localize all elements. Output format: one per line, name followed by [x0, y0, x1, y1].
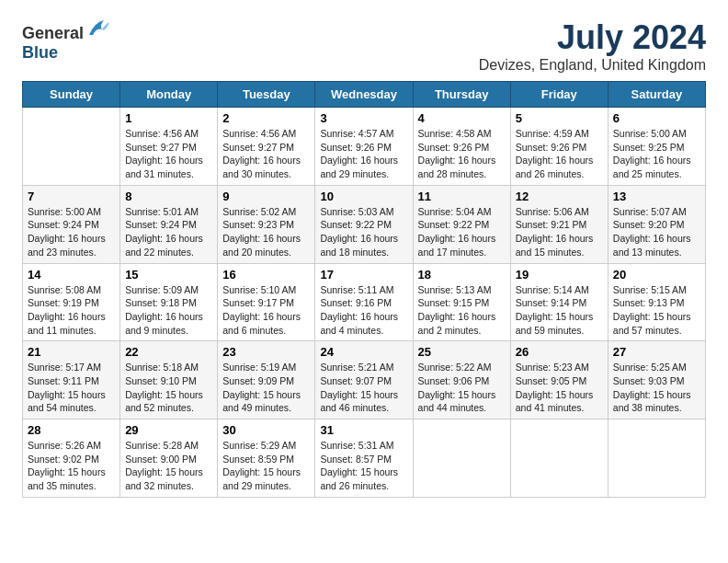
date-number: 2 — [222, 111, 310, 125]
date-number: 19 — [516, 268, 603, 282]
calendar-cell: 29 Sunrise: 5:28 AMSunset: 9:00 PMDaylig… — [120, 419, 218, 498]
weekday-header-row: Sunday Monday Tuesday Wednesday Thursday… — [23, 82, 706, 108]
calendar-cell: 14 Sunrise: 5:08 AMSunset: 9:19 PMDaylig… — [23, 263, 120, 341]
calendar-cell: 6 Sunrise: 5:00 AMSunset: 9:25 PMDayligh… — [608, 108, 705, 186]
logo-bird-icon — [85, 18, 111, 39]
cell-info: Sunrise: 5:23 AMSunset: 9:05 PMDaylight:… — [516, 362, 594, 413]
date-number: 9 — [222, 190, 310, 203]
calendar-cell: 2 Sunrise: 4:56 AMSunset: 9:27 PMDayligh… — [218, 108, 315, 186]
cell-info: Sunrise: 5:18 AMSunset: 9:10 PMDaylight:… — [125, 362, 203, 413]
date-number: 12 — [516, 190, 603, 203]
cell-info: Sunrise: 5:06 AMSunset: 9:21 PMDaylight:… — [516, 206, 594, 258]
calendar-table: Sunday Monday Tuesday Wednesday Thursday… — [22, 81, 706, 498]
date-number: 23 — [222, 345, 310, 359]
date-number: 17 — [320, 268, 407, 282]
header-friday: Friday — [510, 82, 608, 108]
calendar-cell: 25 Sunrise: 5:22 AMSunset: 9:06 PMDaylig… — [413, 341, 510, 419]
cell-info: Sunrise: 4:59 AMSunset: 9:26 PMDaylight:… — [516, 128, 594, 179]
date-number: 4 — [418, 111, 506, 125]
date-number: 15 — [125, 268, 212, 282]
calendar-cell: 10 Sunrise: 5:03 AMSunset: 9:22 PMDaylig… — [315, 185, 413, 263]
header: General Blue July 2024 Devizes, England,… — [22, 18, 706, 74]
cell-info: Sunrise: 4:57 AMSunset: 9:26 PMDaylight:… — [320, 128, 398, 179]
cell-info: Sunrise: 5:29 AMSunset: 8:59 PMDaylight:… — [222, 440, 301, 491]
cell-info: Sunrise: 5:00 AMSunset: 9:25 PMDaylight:… — [613, 128, 691, 179]
calendar-cell: 18 Sunrise: 5:13 AMSunset: 9:15 PMDaylig… — [413, 263, 510, 341]
cell-info: Sunrise: 5:03 AMSunset: 9:22 PMDaylight:… — [320, 206, 398, 258]
cell-info: Sunrise: 5:31 AMSunset: 8:57 PMDaylight:… — [320, 440, 398, 491]
cell-info: Sunrise: 5:10 AMSunset: 9:17 PMDaylight:… — [222, 284, 301, 336]
date-number: 22 — [125, 345, 212, 359]
calendar-cell — [608, 419, 705, 498]
calendar-cell: 23 Sunrise: 5:19 AMSunset: 9:09 PMDaylig… — [218, 341, 315, 419]
subtitle: Devizes, England, United Kingdom — [479, 57, 706, 74]
cell-info: Sunrise: 5:15 AMSunset: 9:13 PMDaylight:… — [613, 284, 691, 336]
calendar-cell: 5 Sunrise: 4:59 AMSunset: 9:26 PMDayligh… — [510, 108, 608, 186]
date-number: 10 — [320, 190, 407, 203]
date-number: 16 — [222, 268, 310, 282]
calendar-week-3: 14 Sunrise: 5:08 AMSunset: 9:19 PMDaylig… — [23, 263, 706, 341]
cell-info: Sunrise: 5:07 AMSunset: 9:20 PMDaylight:… — [613, 206, 691, 258]
date-number: 30 — [222, 423, 310, 437]
calendar-cell: 24 Sunrise: 5:21 AMSunset: 9:07 PMDaylig… — [315, 341, 413, 419]
cell-info: Sunrise: 5:04 AMSunset: 9:22 PMDaylight:… — [418, 206, 496, 258]
calendar-cell: 16 Sunrise: 5:10 AMSunset: 9:17 PMDaylig… — [218, 263, 315, 341]
calendar-cell: 8 Sunrise: 5:01 AMSunset: 9:24 PMDayligh… — [120, 185, 218, 263]
calendar-cell: 26 Sunrise: 5:23 AMSunset: 9:05 PMDaylig… — [510, 341, 608, 419]
header-tuesday: Tuesday — [218, 82, 315, 108]
date-number: 27 — [613, 345, 700, 359]
calendar-cell — [413, 419, 510, 498]
cell-info: Sunrise: 4:56 AMSunset: 9:27 PMDaylight:… — [125, 128, 203, 179]
date-number: 25 — [418, 345, 506, 359]
header-saturday: Saturday — [608, 82, 705, 108]
calendar-cell: 9 Sunrise: 5:02 AMSunset: 9:23 PMDayligh… — [218, 185, 315, 263]
cell-info: Sunrise: 4:58 AMSunset: 9:26 PMDaylight:… — [418, 128, 496, 179]
calendar-cell: 12 Sunrise: 5:06 AMSunset: 9:21 PMDaylig… — [510, 185, 608, 263]
cell-info: Sunrise: 5:22 AMSunset: 9:06 PMDaylight:… — [418, 362, 496, 413]
cell-info: Sunrise: 5:26 AMSunset: 9:02 PMDaylight:… — [28, 440, 106, 491]
date-number: 6 — [613, 111, 700, 125]
calendar-cell: 30 Sunrise: 5:29 AMSunset: 8:59 PMDaylig… — [218, 419, 315, 498]
calendar-cell: 3 Sunrise: 4:57 AMSunset: 9:26 PMDayligh… — [315, 108, 413, 186]
cell-info: Sunrise: 5:11 AMSunset: 9:16 PMDaylight:… — [320, 284, 398, 336]
cell-info: Sunrise: 5:09 AMSunset: 9:18 PMDaylight:… — [125, 284, 203, 336]
calendar-cell: 21 Sunrise: 5:17 AMSunset: 9:11 PMDaylig… — [23, 341, 120, 419]
calendar-week-2: 7 Sunrise: 5:00 AMSunset: 9:24 PMDayligh… — [23, 185, 706, 263]
cell-info: Sunrise: 5:14 AMSunset: 9:14 PMDaylight:… — [516, 284, 594, 336]
calendar-cell: 4 Sunrise: 4:58 AMSunset: 9:26 PMDayligh… — [413, 108, 510, 186]
logo-text: General Blue — [22, 18, 111, 63]
calendar-cell: 27 Sunrise: 5:25 AMSunset: 9:03 PMDaylig… — [608, 341, 705, 419]
date-number: 24 — [320, 345, 407, 359]
cell-info: Sunrise: 5:28 AMSunset: 9:00 PMDaylight:… — [125, 440, 203, 491]
date-number: 21 — [28, 345, 115, 359]
date-number: 18 — [418, 268, 506, 282]
date-number: 7 — [28, 190, 115, 203]
date-number: 31 — [320, 423, 407, 437]
calendar-cell: 15 Sunrise: 5:09 AMSunset: 9:18 PMDaylig… — [120, 263, 218, 341]
date-number: 8 — [125, 190, 212, 203]
calendar-week-1: 1 Sunrise: 4:56 AMSunset: 9:27 PMDayligh… — [23, 108, 706, 186]
date-number: 20 — [613, 268, 700, 282]
calendar-cell: 7 Sunrise: 5:00 AMSunset: 9:24 PMDayligh… — [23, 185, 120, 263]
date-number: 14 — [28, 268, 115, 282]
calendar-cell: 22 Sunrise: 5:18 AMSunset: 9:10 PMDaylig… — [120, 341, 218, 419]
calendar-cell: 13 Sunrise: 5:07 AMSunset: 9:20 PMDaylig… — [608, 185, 705, 263]
date-number: 3 — [320, 111, 407, 125]
date-number: 29 — [125, 423, 212, 437]
date-number: 11 — [418, 190, 506, 203]
calendar-cell — [23, 108, 120, 186]
calendar-cell: 11 Sunrise: 5:04 AMSunset: 9:22 PMDaylig… — [413, 185, 510, 263]
logo: General Blue — [22, 18, 111, 63]
date-number: 5 — [516, 111, 603, 125]
cell-info: Sunrise: 4:56 AMSunset: 9:27 PMDaylight:… — [222, 128, 301, 179]
calendar-cell — [510, 419, 608, 498]
cell-info: Sunrise: 5:13 AMSunset: 9:15 PMDaylight:… — [418, 284, 496, 336]
date-number: 28 — [28, 423, 115, 437]
header-sunday: Sunday — [23, 82, 120, 108]
calendar-cell: 28 Sunrise: 5:26 AMSunset: 9:02 PMDaylig… — [23, 419, 120, 498]
calendar-cell: 1 Sunrise: 4:56 AMSunset: 9:27 PMDayligh… — [120, 108, 218, 186]
logo-general: General — [22, 24, 84, 42]
logo-blue: Blue — [22, 43, 58, 62]
cell-info: Sunrise: 5:19 AMSunset: 9:09 PMDaylight:… — [222, 362, 301, 413]
cell-info: Sunrise: 5:02 AMSunset: 9:23 PMDaylight:… — [222, 206, 301, 258]
